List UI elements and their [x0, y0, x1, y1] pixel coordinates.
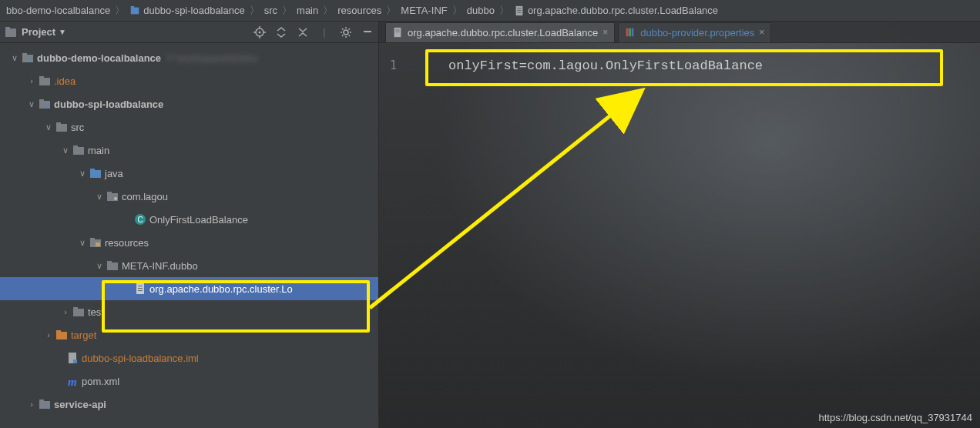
crumb[interactable]: dubbo — [465, 5, 496, 16]
code-line[interactable]: onlyFirst=com.lagou.OnlyFirstLoadBalance — [448, 59, 763, 73]
svg-rect-55 — [56, 330, 61, 333]
tree-root[interactable]: ∨ dubbo-demo-localbalance F:\workspace\d… — [0, 46, 378, 69]
gear-icon[interactable] — [340, 26, 352, 38]
svg-rect-25 — [22, 53, 27, 55]
tree-item[interactable]: ∨ com.lagou — [0, 185, 378, 208]
crumb-sep: 〉 — [112, 4, 128, 18]
file-icon — [134, 283, 146, 295]
svg-text:C: C — [137, 216, 143, 224]
svg-rect-0 — [131, 7, 139, 14]
editor-tab[interactable]: dubbo-provider.properties × — [618, 22, 771, 42]
svg-rect-27 — [39, 78, 50, 85]
crumb[interactable]: resources — [336, 5, 383, 16]
svg-rect-26 — [29, 59, 32, 62]
tree-item[interactable]: ∨ META-INF.dubbo — [0, 254, 378, 277]
tree-item[interactable]: ∨ dubbo-spi-loadbalance — [0, 92, 378, 115]
crumb[interactable]: org.apache.dubbo.rpc.cluster.LoadBalance — [512, 5, 720, 16]
project-tree[interactable]: ∨ dubbo-demo-localbalance F:\workspace\d… — [0, 43, 378, 428]
svg-rect-4 — [517, 10, 521, 11]
svg-rect-47 — [107, 261, 112, 263]
hide-icon[interactable] — [361, 26, 374, 38]
tree-item[interactable]: ∨ src — [0, 115, 378, 139]
resources-folder-icon — [89, 236, 102, 249]
properties-icon — [625, 27, 636, 38]
folder-icon — [39, 75, 51, 87]
svg-rect-36 — [90, 170, 101, 178]
close-icon[interactable]: × — [602, 27, 608, 38]
crumb[interactable]: META-INF — [399, 5, 448, 16]
tree-item[interactable]: C OnlyFirstLoadBalance — [0, 208, 378, 231]
crumb[interactable]: bbo-demo-localbalance — [5, 5, 112, 16]
svg-line-21 — [342, 35, 344, 36]
svg-line-20 — [349, 35, 351, 36]
crumb[interactable]: dubbo-spi-loadbalance — [128, 5, 247, 16]
svg-rect-61 — [45, 406, 49, 408]
tree-item[interactable]: ∨ resources — [0, 231, 378, 254]
tree-item[interactable]: › service-api — [0, 393, 378, 416]
crumb[interactable]: src — [263, 5, 279, 16]
editor-area[interactable]: 1 onlyFirst=com.lagou.OnlyFirstLoadBalan… — [379, 43, 980, 428]
tree-item[interactable]: ∨ java — [0, 162, 378, 185]
svg-rect-49 — [138, 286, 143, 286]
svg-rect-46 — [107, 262, 118, 270]
folder-icon — [55, 121, 68, 133]
svg-rect-57 — [73, 359, 77, 363]
tree-item[interactable]: m pom.xml — [0, 369, 378, 393]
svg-rect-28 — [39, 76, 44, 79]
svg-rect-3 — [517, 8, 521, 8]
svg-rect-33 — [56, 122, 61, 125]
breadcrumb-bar: bbo-demo-localbalance 〉 dubbo-spi-loadba… — [0, 0, 980, 22]
project-tool-window: Project ▼ | — [0, 22, 379, 428]
svg-rect-44 — [90, 238, 95, 240]
svg-point-40 — [114, 197, 117, 200]
svg-rect-37 — [90, 169, 95, 171]
svg-rect-52 — [73, 309, 84, 316]
watermark: https://blog.csdn.net/qq_37931744 — [819, 412, 973, 423]
svg-rect-7 — [5, 27, 10, 29]
tree-item[interactable]: dubbo-spi-loadbalance.iml — [0, 346, 378, 369]
editor-tab-active[interactable]: org.apache.dubbo.rpc.cluster.LoadBalance… — [385, 22, 615, 42]
folder-icon — [72, 306, 85, 318]
svg-rect-67 — [632, 28, 634, 37]
svg-rect-64 — [395, 32, 399, 32]
svg-rect-1 — [131, 5, 134, 8]
close-icon[interactable]: × — [759, 27, 764, 38]
svg-rect-30 — [39, 99, 44, 102]
svg-rect-60 — [39, 400, 44, 402]
svg-rect-6 — [5, 28, 16, 37]
editor-pane: org.apache.dubbo.rpc.cluster.LoadBalance… — [379, 22, 980, 428]
project-toolbar: Project ▼ | — [0, 22, 378, 43]
svg-point-9 — [259, 31, 261, 33]
tree-item-selected[interactable]: org.apache.dubbo.rpc.cluster.Lo — [0, 277, 378, 300]
tree-item[interactable]: › target — [0, 323, 378, 346]
target-folder-icon — [55, 329, 68, 341]
src-folder-icon — [89, 167, 102, 179]
tree-item[interactable]: ∨ main — [0, 139, 378, 162]
svg-rect-34 — [73, 147, 84, 155]
package-icon — [106, 190, 119, 202]
file-icon — [392, 27, 403, 38]
line-number: 1 — [390, 59, 397, 72]
svg-rect-32 — [56, 124, 67, 132]
dropdown-icon: ▼ — [59, 28, 66, 36]
crumb[interactable]: main — [295, 5, 320, 16]
svg-rect-50 — [138, 288, 143, 289]
module-icon — [39, 98, 51, 110]
module-icon — [39, 398, 51, 410]
expand-all-icon[interactable] — [275, 26, 287, 38]
svg-rect-31 — [45, 105, 49, 108]
svg-line-22 — [349, 28, 351, 30]
module-icon — [22, 52, 34, 64]
class-icon: C — [134, 213, 146, 226]
svg-line-19 — [342, 28, 344, 30]
svg-rect-39 — [107, 192, 112, 194]
svg-point-14 — [344, 30, 348, 35]
svg-text:m: m — [68, 376, 77, 387]
project-view-selector[interactable]: Project ▼ — [22, 26, 253, 38]
collapse-all-icon[interactable] — [297, 26, 309, 38]
tree-item[interactable]: › test — [0, 300, 378, 323]
locate-icon[interactable] — [253, 26, 266, 38]
tree-item[interactable]: › .idea — [0, 69, 378, 92]
svg-rect-65 — [626, 28, 629, 37]
svg-rect-66 — [629, 28, 631, 37]
